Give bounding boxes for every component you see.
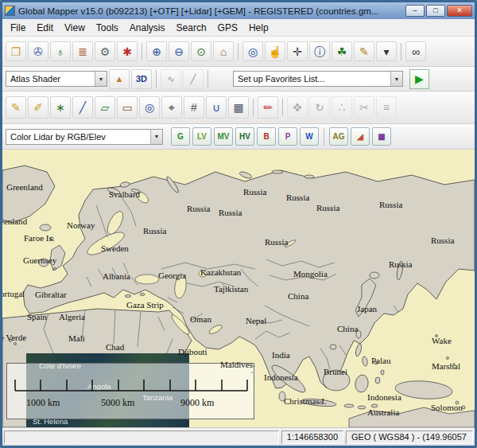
zoom-tool-icon[interactable]: ◎	[242, 41, 263, 61]
edit-features-icon[interactable]: ✐	[28, 96, 48, 119]
map-label: Christmas I.	[284, 396, 327, 406]
viewer-toolbar: Atlas Shader ▼ ▲3D∿╱ Set up Favorites Li…	[2, 67, 475, 92]
control-center-icon[interactable]: ≣	[72, 41, 93, 61]
shader-options-icon[interactable]: ▲	[109, 69, 130, 89]
split-feature-icon[interactable]: ✂	[354, 96, 374, 119]
rotate-feature-icon[interactable]: ↻	[309, 96, 330, 119]
chevron-down-icon[interactable]: ▼	[95, 72, 107, 86]
global-mapper-window: Global Mapper v15.0 (b092213) [+OTF] [+L…	[0, 0, 477, 448]
create-line-icon[interactable]: ╱	[72, 96, 93, 119]
map-label: Norway	[67, 220, 95, 230]
map-label: Japan	[357, 304, 377, 314]
map-label: Gaza Strip	[126, 300, 164, 310]
map-label: Wake	[432, 336, 452, 345]
palm-tree-icon[interactable]: ☘	[332, 41, 352, 61]
lidar-slope-icon[interactable]: ◢	[351, 127, 370, 146]
menu-help[interactable]: Help	[243, 21, 274, 35]
lidar-med-veg-button[interactable]: MV	[214, 127, 233, 146]
apply-favorite-button[interactable]: ▶	[409, 69, 429, 89]
measure-feature-icon[interactable]: ≡	[376, 96, 397, 119]
full-view-icon[interactable]: ⌂	[213, 41, 234, 61]
search-binoculars-icon[interactable]: ∞	[405, 41, 426, 61]
map-label: Nepal	[246, 316, 266, 325]
pan-hand-icon[interactable]: ☝	[265, 41, 285, 61]
feature-info-icon[interactable]: ⓘ	[309, 41, 330, 61]
digitizer-toolbar: ✎✐∗╱▱▭◎⌖#∪▦✏✥↻∴✂≡	[2, 92, 475, 124]
menu-edit[interactable]: Edit	[31, 21, 59, 35]
create-coordinate-icon[interactable]: ⌖	[161, 96, 182, 119]
map-label: Solomon	[431, 403, 463, 412]
zoom-selected-icon[interactable]: ⊙	[191, 41, 211, 61]
lidar-powerline-button[interactable]: P	[278, 127, 297, 146]
menu-file[interactable]: File	[5, 21, 31, 35]
create-range-rings-icon[interactable]: ◎	[139, 96, 160, 119]
erase-feature-icon[interactable]: ✏	[258, 96, 278, 119]
combine-areas-icon[interactable]: ∪	[206, 96, 227, 119]
map-view[interactable]: Côte d'IvoireAngolaTanzaniaSt. Helena 10…	[2, 150, 475, 427]
zoom-in-icon[interactable]: ⊕	[146, 41, 167, 61]
lidar-water-button[interactable]: W	[300, 127, 319, 146]
map-label: Indonesia	[264, 372, 298, 382]
online-data-icon[interactable]: ♁	[50, 41, 71, 61]
map-label: Russia	[265, 237, 288, 247]
window-title: Global Mapper v15.0 (b092213) [+OTF] [+L…	[18, 6, 402, 16]
map-label: Faroe Is.	[24, 233, 55, 243]
menu-search[interactable]: Search	[171, 21, 212, 35]
open-file-icon[interactable]: ❐	[6, 41, 26, 61]
configuration-icon[interactable]: ⚙	[95, 41, 115, 61]
toolbar-separator	[282, 99, 283, 116]
chevron-down-icon[interactable]: ▼	[150, 130, 162, 144]
digitizer-edit-icon[interactable]: ✎	[6, 96, 26, 119]
maximize-button[interactable]: □	[426, 5, 445, 17]
save-icon[interactable]: ✇	[28, 41, 48, 61]
country-labels-layer: GreenlandSvalbardRussiaRussiaRussiaRussi…	[2, 150, 475, 427]
shader-combo[interactable]: Atlas Shader ▼	[6, 71, 107, 87]
minimize-button[interactable]: –	[405, 5, 425, 17]
title-bar[interactable]: Global Mapper v15.0 (b092213) [+OTF] [+L…	[2, 2, 475, 19]
map-label: Chad	[106, 342, 124, 352]
toolbar-separator	[156, 70, 157, 88]
lidar-ag-button[interactable]: AG	[329, 127, 348, 146]
path-profile-icon[interactable]: ∿	[161, 69, 181, 89]
tool-dropdown-icon[interactable]: ▾	[376, 41, 397, 61]
map-label: Russia	[243, 187, 266, 197]
snap-vertex-icon[interactable]: ∴	[332, 96, 352, 119]
menu-view[interactable]: View	[59, 21, 91, 35]
view-3d-icon[interactable]: 3D	[131, 69, 152, 89]
menu-gps[interactable]: GPS	[212, 21, 243, 35]
lidar-building-button[interactable]: B	[257, 127, 276, 146]
favorites-combo[interactable]: Set up Favorites List... ▼	[233, 71, 403, 87]
map-label: Russia	[389, 259, 412, 269]
create-rectangle-icon[interactable]: ▭	[117, 96, 138, 119]
move-feature-icon[interactable]: ✥	[287, 96, 308, 119]
map-label: China	[337, 324, 358, 333]
toolbar-separator	[324, 128, 324, 146]
attribute-code-icon[interactable]: #	[184, 96, 204, 119]
menu-bar: FileEditViewToolsAnalysisSearchGPSHelp	[2, 19, 475, 37]
map-label: Oman	[190, 314, 211, 324]
create-area-icon[interactable]: ▱	[95, 96, 115, 119]
create-grid-icon[interactable]: ▦	[228, 96, 249, 119]
line-of-sight-icon[interactable]: ╱	[183, 69, 204, 89]
measure-tool-icon[interactable]: ✛	[287, 41, 308, 61]
close-button[interactable]: ✕	[447, 5, 472, 17]
map-label: India	[272, 350, 290, 360]
map-layout-icon[interactable]: ✱	[117, 41, 138, 61]
digitizer-pencil-icon[interactable]: ✎	[354, 41, 374, 61]
map-label: Russia	[187, 204, 210, 213]
file-toolbar: ❐✇♁≣⚙✱⊕⊖⊙⌂◎☝✛ⓘ☘✎▾∞	[2, 37, 475, 67]
map-label: ortugal	[2, 289, 25, 298]
lidar-high-veg-button[interactable]: HV	[235, 127, 254, 146]
zoom-out-icon[interactable]: ⊖	[169, 41, 189, 61]
lidar-palette-icon[interactable]: ▦	[372, 127, 391, 146]
create-point-icon[interactable]: ∗	[50, 96, 71, 119]
lidar-ground-button[interactable]: G	[171, 127, 190, 146]
lidar-low-veg-button[interactable]: LV	[192, 127, 211, 146]
lidar-color-combo[interactable]: Color Lidar by RGB/Elev ▼	[6, 129, 163, 145]
map-label: Marshal	[432, 361, 460, 371]
menu-analysis[interactable]: Analysis	[124, 21, 171, 35]
toolbar-separator	[253, 99, 254, 116]
chevron-down-icon[interactable]: ▼	[390, 72, 402, 86]
menu-tools[interactable]: Tools	[91, 21, 124, 35]
status-bar: 1:146658300 GEO ( WGS84 ) - (149.96057	[2, 427, 475, 446]
